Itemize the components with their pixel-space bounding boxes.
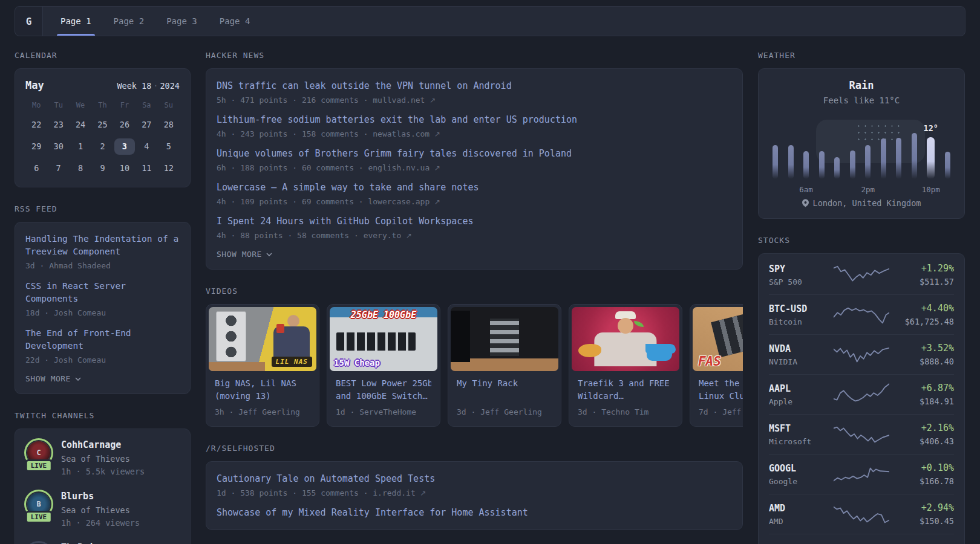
reddit-item-meta: 1d · 538 points · 155 comments · i.redd.…: [217, 488, 732, 497]
video-card[interactable]: Traefik 3 and FREE Wildcard… 3d · Techno…: [569, 304, 682, 427]
tab-page-3[interactable]: Page 3: [163, 7, 201, 36]
middle-column: HACKER NEWS DNS traffic can leak outside…: [206, 51, 743, 530]
rss-item-title[interactable]: Handling The Indentation of a Treeview C…: [25, 233, 180, 258]
stock-row[interactable]: RDDT -1.65%: [769, 534, 954, 544]
twitch-widget: C LIVE CohhCarnage Sea of Thieves 1h · 5…: [15, 429, 191, 544]
calendar-day: 27: [136, 117, 157, 133]
calendar-day: 2: [91, 138, 113, 155]
weather-location-row: London, United Kingdom: [769, 198, 954, 208]
hn-meta-text: 4h · 243 points · 158 comments ·: [217, 129, 368, 138]
twitch-channel-category[interactable]: Sea of Thieves: [61, 454, 145, 464]
reddit-item-title[interactable]: Cautionary Tale on Automated Speed Tests: [217, 473, 435, 484]
calendar-day: 22: [25, 117, 47, 133]
calendar-week: Week 18: [117, 81, 151, 91]
hn-item-meta: 4h · 88 points · 58 comments · every.to …: [217, 231, 732, 240]
stock-change: +2.94%: [889, 502, 954, 513]
stocks-section-title: STOCKS: [758, 236, 965, 245]
hn-item-title[interactable]: Unique volumes of Brothers Grimm fairy t…: [217, 148, 572, 159]
stock-row[interactable]: AAPLApple +6.87%$184.91: [769, 375, 954, 415]
calendar-grid: Mo Tu We Th Fr Sa Su 22 23 24 25 26 27 2…: [25, 101, 180, 176]
rss-show-more-button[interactable]: SHOW MORE: [25, 374, 180, 383]
video-title[interactable]: My Tiny Rack: [457, 377, 552, 390]
reddit-domain-link[interactable]: i.redd.it: [373, 488, 415, 497]
video-thumbnail[interactable]: [451, 307, 558, 371]
video-title[interactable]: and 100GbE Switch…: [336, 390, 431, 403]
video-title[interactable]: Big NAS, Lil NAS: [215, 377, 310, 390]
stock-row[interactable]: AMDAMD +2.94%$150.45: [769, 494, 954, 534]
weather-bar: [788, 145, 794, 179]
chevron-down-icon: [266, 253, 272, 256]
hn-item-title[interactable]: I Spent 24 Hours with GitHub Copilot Wor…: [217, 216, 473, 227]
stock-name: S&P 500: [769, 277, 834, 287]
thumb-decor: [578, 344, 601, 357]
video-title[interactable]: Linux Clu: [699, 390, 743, 403]
twitch-section-title: TWITCH CHANNELS: [15, 411, 191, 420]
weather-bar: [896, 138, 901, 179]
stocks-widget: SPYS&P 500 +1.29%$511.57 BTC-USDBitcoin …: [758, 253, 965, 544]
rss-item: CSS in React Server Components 18d · Jos…: [25, 280, 180, 317]
weather-time-label: 2pm: [861, 185, 875, 194]
hn-item-title[interactable]: Lowercase – A simple way to take and sha…: [217, 182, 479, 193]
twitch-avatar[interactable]: C LIVE: [25, 439, 52, 466]
video-title[interactable]: Traefik 3 and FREE: [578, 377, 673, 390]
reddit-item-title[interactable]: Showcase of my Mixed Reality Interface f…: [217, 507, 528, 518]
thumb-decor: [634, 321, 644, 327]
hn-domain-link[interactable]: lowercase.app: [368, 197, 430, 206]
rss-widget: Handling The Indentation of a Treeview C…: [15, 222, 191, 394]
hn-item-title[interactable]: Lithium-free sodium batteries exit the l…: [217, 114, 577, 125]
hn-show-more-button[interactable]: SHOW MORE: [217, 250, 732, 259]
hn-item-title[interactable]: DNS traffic can leak outside the VPN tun…: [217, 80, 512, 91]
twitch-channel-category[interactable]: Sea of Thieves: [61, 505, 140, 515]
twitch-channel-name[interactable]: Blurbs: [61, 491, 140, 502]
video-card[interactable]: LIL NAS Big NAS, Lil NAS (moving 13) 3h …: [206, 304, 319, 427]
video-meta: 3d · Techno Tim: [578, 407, 673, 416]
left-column: CALENDAR May Week 18·2024 Mo Tu We Th Fr…: [15, 51, 191, 544]
tab-page-4[interactable]: Page 4: [216, 7, 254, 36]
weather-bar: 6am: [803, 151, 809, 179]
stock-row[interactable]: MSFTMicrosoft +2.16%$406.43: [769, 415, 954, 455]
video-title[interactable]: Wildcard…: [578, 390, 673, 403]
stock-row[interactable]: BTC-USDBitcoin +4.40%$61,725.48: [769, 295, 954, 335]
stock-name: Apple: [769, 397, 834, 406]
thumb-decor: [647, 346, 672, 361]
weather-location: London, United Kingdom: [813, 198, 921, 208]
weather-feels-like: Feels like 11°C: [769, 96, 954, 105]
tab-page-1[interactable]: Page 1: [57, 7, 95, 36]
twitch-channel-name[interactable]: CohhCarnage: [61, 439, 145, 450]
video-thumbnail[interactable]: FAS: [693, 307, 743, 371]
stock-symbol: MSFT: [769, 423, 834, 434]
thumbnail-caption: 25GbE 100GbE: [330, 309, 437, 320]
hn-domain-link[interactable]: every.to: [364, 231, 402, 240]
hn-domain-link[interactable]: mullvad.net: [373, 96, 425, 105]
right-column: WEATHER Rain Feels like 11°C 6am2pm10pm1…: [758, 51, 965, 544]
stock-change: +1.29%: [889, 263, 954, 274]
video-card[interactable]: FAS Meet the Linux Clu 7d · Jeff: [690, 304, 743, 427]
stock-row[interactable]: GOOGLGoogle +0.10%$166.78: [769, 455, 954, 494]
video-title[interactable]: BEST Low Power 25GbE: [336, 377, 431, 390]
tab-page-2[interactable]: Page 2: [110, 7, 148, 36]
video-title[interactable]: [457, 390, 552, 403]
hn-domain-link[interactable]: english.nv.ua: [368, 163, 430, 172]
stock-row[interactable]: NVDANVIDIA +3.52%$888.40: [769, 335, 954, 375]
hackernews-section-title: HACKER NEWS: [206, 51, 743, 60]
video-thumbnail[interactable]: [572, 307, 679, 371]
location-pin-icon: [802, 199, 809, 207]
weather-bar: [773, 145, 778, 179]
video-thumbnail[interactable]: LIL NAS: [209, 307, 316, 371]
video-card[interactable]: My Tiny Rack 3d · Jeff Geerling: [448, 304, 561, 427]
thumb-decor: [216, 311, 246, 361]
stock-row[interactable]: SPYS&P 500 +1.29%$511.57: [769, 255, 954, 295]
calendar-day: 24: [70, 117, 91, 133]
external-link-icon: ↗: [434, 164, 440, 172]
twitch-avatar[interactable]: B LIVE: [25, 491, 52, 517]
video-title[interactable]: (moving 13): [215, 390, 310, 403]
video-thumbnail[interactable]: 25GbE 100GbE 15W Cheap: [330, 307, 437, 371]
hn-domain-link[interactable]: newatlas.com: [373, 129, 430, 138]
rss-item-title[interactable]: CSS in React Server Components: [25, 280, 180, 305]
rss-item: The End of Front-End Development 22d · J…: [25, 327, 180, 364]
rss-item-title[interactable]: The End of Front-End Development: [25, 327, 180, 352]
hn-meta-text: 4h · 88 points · 58 comments ·: [217, 231, 359, 240]
video-card[interactable]: 25GbE 100GbE 15W Cheap BEST Low Power 25…: [327, 304, 440, 427]
video-title[interactable]: Meet the: [699, 377, 743, 390]
stock-change: +4.40%: [889, 303, 954, 314]
